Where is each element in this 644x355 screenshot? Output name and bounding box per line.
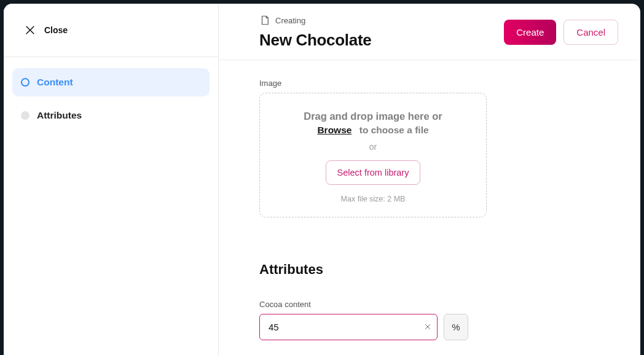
dropzone-suffix: to choose a file xyxy=(359,125,429,135)
close-icon xyxy=(23,23,37,37)
attributes-section-title: Attributes xyxy=(259,262,603,278)
dropzone-text: Drag and drop image here or xyxy=(272,111,474,122)
sidebar-item-label: Content xyxy=(37,77,73,88)
creating-label: Creating xyxy=(275,16,305,25)
dropzone-or: or xyxy=(272,142,474,152)
image-label: Image xyxy=(259,79,603,88)
cocoa-input-wrap xyxy=(259,314,438,340)
creating-row: Creating xyxy=(259,15,305,26)
sidebar-item-label: Attributes xyxy=(37,110,82,121)
sidebar: Close Content Attributes xyxy=(4,4,219,355)
content-scroll[interactable]: Image Drag and drop image here or Browse… xyxy=(219,60,640,355)
file-icon xyxy=(259,15,270,26)
sidebar-nav: Content Attributes xyxy=(4,57,218,141)
sidebar-item-attributes[interactable]: Attributes xyxy=(12,101,210,130)
create-button[interactable]: Create xyxy=(504,20,556,45)
cocoa-label: Cocoa content xyxy=(259,300,603,309)
sidebar-item-content[interactable]: Content xyxy=(12,68,210,96)
cocoa-content-input[interactable] xyxy=(259,314,438,340)
radio-icon xyxy=(21,111,29,120)
radio-icon xyxy=(21,78,29,87)
topbar-actions: Create Cancel xyxy=(504,20,618,45)
select-from-library-button[interactable]: Select from library xyxy=(326,160,421,185)
cancel-button[interactable]: Cancel xyxy=(564,20,618,45)
close-button[interactable]: Close xyxy=(4,4,218,57)
topbar-left: Creating New Chocolate xyxy=(259,15,371,50)
spacer xyxy=(259,340,603,355)
page-title: New Chocolate xyxy=(259,31,371,50)
topbar: Creating New Chocolate Create Cancel xyxy=(219,4,640,60)
close-label: Close xyxy=(44,25,68,35)
max-size-label: Max file size: 2 MB xyxy=(272,195,474,203)
clear-icon[interactable] xyxy=(424,322,431,332)
cocoa-input-row: % xyxy=(259,314,603,340)
image-dropzone[interactable]: Drag and drop image here or Browse to ch… xyxy=(259,93,487,217)
unit-box: % xyxy=(444,314,468,340)
browse-link[interactable]: Browse xyxy=(317,125,351,135)
main: Creating New Chocolate Create Cancel Ima… xyxy=(219,4,640,355)
dropzone-text: Browse to choose a file xyxy=(272,125,474,136)
app-window: Close Content Attributes Creating xyxy=(4,4,640,355)
